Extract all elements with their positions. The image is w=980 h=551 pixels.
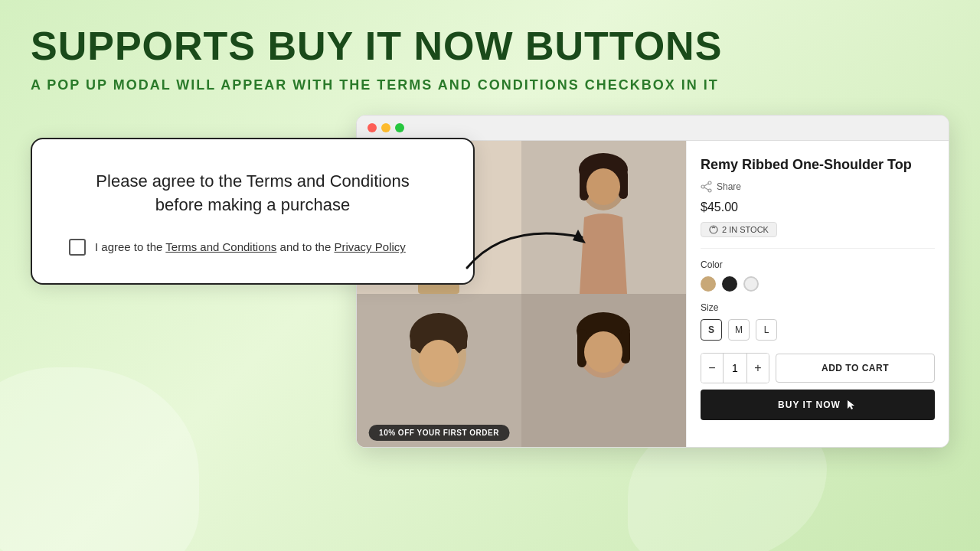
buy-now-button[interactable]: BUY IT NOW (701, 390, 935, 420)
browser-dot-yellow[interactable] (381, 123, 390, 132)
color-swatch-white[interactable] (743, 276, 759, 292)
cart-row: − 1 + ADD TO CART (701, 353, 935, 383)
browser-dot-green[interactable] (395, 123, 404, 132)
svg-point-18 (419, 340, 459, 383)
share-label[interactable]: Share (717, 181, 741, 192)
svg-line-28 (704, 184, 708, 186)
svg-point-13 (586, 168, 620, 205)
color-swatch-tan[interactable] (701, 276, 716, 292)
browser-dot-red[interactable] (368, 123, 377, 132)
svg-point-26 (708, 189, 711, 192)
stock-badge: 2 IN STOCK (701, 222, 777, 237)
svg-point-27 (701, 185, 704, 188)
add-to-cart-button[interactable]: ADD TO CART (776, 354, 935, 383)
product-title: Remy Ribbed One-Shoulder Top (701, 156, 935, 174)
svg-line-29 (704, 187, 708, 190)
size-btn-s[interactable]: S (701, 319, 722, 341)
product-price: $45.00 (701, 201, 935, 214)
privacy-link[interactable]: Privacy Policy (334, 240, 405, 253)
product-image-4 (521, 294, 686, 447)
svg-point-25 (708, 181, 711, 184)
color-swatch-black[interactable] (722, 276, 737, 292)
size-btn-m[interactable]: M (728, 319, 750, 341)
product-image-3: 10% OFF YOUR FIRST ORDER (357, 294, 521, 447)
quantity-value: 1 (723, 354, 747, 383)
quantity-increase[interactable]: + (747, 354, 769, 383)
page-subtitle: A POP UP MODAL WILL APPEAR WITH THE TERM… (31, 77, 949, 93)
color-options (701, 276, 935, 292)
demo-area: Please agree to the Terms and Conditions… (31, 115, 949, 448)
share-row: Share (701, 181, 935, 193)
terms-modal: Please agree to the Terms and Conditions… (31, 138, 475, 285)
stock-icon (709, 225, 718, 234)
terms-checkbox[interactable] (69, 239, 86, 256)
arrow-pointer (459, 207, 597, 283)
color-label: Color (701, 259, 935, 270)
size-label: Size (701, 302, 935, 313)
svg-marker-0 (573, 230, 586, 243)
quantity-control: − 1 + (701, 353, 769, 383)
modal-message: Please agree to the Terms and Conditions… (69, 170, 436, 217)
modal-checkbox-row: I agree to the Terms and Conditions and … (69, 239, 436, 256)
size-btn-l[interactable]: L (756, 319, 777, 341)
share-icon[interactable] (701, 181, 713, 193)
product-details-panel: Remy Ribbed One-Shoulder Top Share $45.0… (686, 141, 949, 447)
page-content: SUPPORTS BUY IT NOW BUTTONS A POP UP MOD… (0, 0, 980, 463)
size-options: S M L (701, 319, 935, 341)
cursor-icon (845, 399, 858, 411)
promo-banner: 10% OFF YOUR FIRST ORDER (368, 425, 510, 441)
agree-text: I agree to the Terms and Conditions and … (95, 240, 406, 253)
quantity-decrease[interactable]: − (701, 354, 723, 383)
svg-point-24 (584, 331, 622, 373)
svg-rect-23 (621, 329, 630, 364)
divider-1 (701, 248, 935, 249)
page-title: SUPPORTS BUY IT NOW BUTTONS (31, 24, 949, 68)
terms-link[interactable]: Terms and Conditions (165, 240, 276, 253)
